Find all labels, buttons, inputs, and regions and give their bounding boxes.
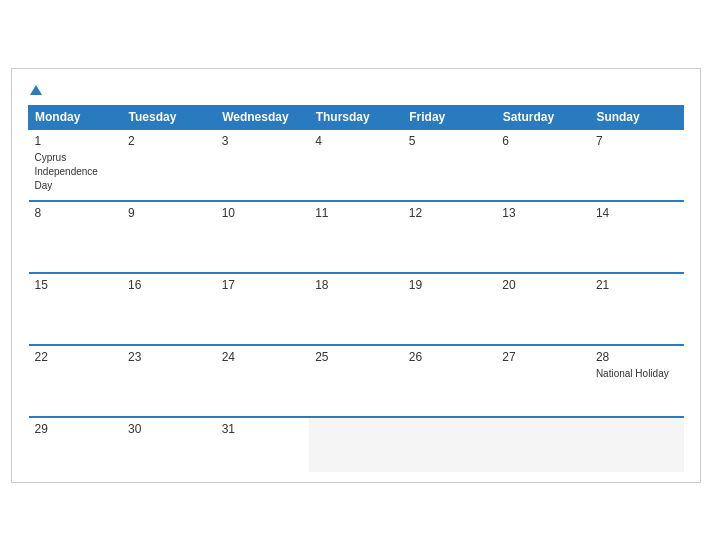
weekday-header-row: MondayTuesdayWednesdayThursdayFridaySatu… xyxy=(29,105,684,129)
day-number: 18 xyxy=(315,278,397,292)
week-row-1: 1Cyprus Independence Day234567 xyxy=(29,129,684,201)
calendar-container: MondayTuesdayWednesdayThursdayFridaySatu… xyxy=(11,68,701,483)
day-number: 30 xyxy=(128,422,210,436)
calendar-cell: 14 xyxy=(590,201,684,273)
calendar-cell: 10 xyxy=(216,201,310,273)
calendar-cell xyxy=(496,417,590,472)
day-number: 22 xyxy=(35,350,117,364)
day-number: 5 xyxy=(409,134,491,148)
logo xyxy=(28,85,42,95)
weekday-header-monday: Monday xyxy=(29,105,123,129)
week-row-5: 293031 xyxy=(29,417,684,472)
day-number: 3 xyxy=(222,134,304,148)
day-number: 10 xyxy=(222,206,304,220)
calendar-cell: 5 xyxy=(403,129,497,201)
day-number: 17 xyxy=(222,278,304,292)
calendar-cell: 25 xyxy=(309,345,403,417)
weekday-header-tuesday: Tuesday xyxy=(122,105,216,129)
calendar-cell: 8 xyxy=(29,201,123,273)
day-number: 13 xyxy=(502,206,584,220)
day-number: 4 xyxy=(315,134,397,148)
calendar-cell: 6 xyxy=(496,129,590,201)
weekday-header-saturday: Saturday xyxy=(496,105,590,129)
calendar-cell: 27 xyxy=(496,345,590,417)
day-number: 2 xyxy=(128,134,210,148)
calendar-cell: 4 xyxy=(309,129,403,201)
day-number: 23 xyxy=(128,350,210,364)
weekday-header-sunday: Sunday xyxy=(590,105,684,129)
calendar-cell: 15 xyxy=(29,273,123,345)
calendar-cell: 17 xyxy=(216,273,310,345)
day-number: 14 xyxy=(596,206,678,220)
calendar-cell xyxy=(309,417,403,472)
logo-triangle-icon xyxy=(30,85,42,95)
day-number: 15 xyxy=(35,278,117,292)
calendar-cell: 1Cyprus Independence Day xyxy=(29,129,123,201)
day-number: 9 xyxy=(128,206,210,220)
day-number: 12 xyxy=(409,206,491,220)
calendar-cell: 2 xyxy=(122,129,216,201)
calendar-cell: 20 xyxy=(496,273,590,345)
calendar-cell: 28National Holiday xyxy=(590,345,684,417)
day-number: 16 xyxy=(128,278,210,292)
calendar-cell xyxy=(403,417,497,472)
day-number: 1 xyxy=(35,134,117,148)
calendar-cell: 3 xyxy=(216,129,310,201)
day-number: 25 xyxy=(315,350,397,364)
calendar-header xyxy=(28,85,684,95)
day-number: 11 xyxy=(315,206,397,220)
calendar-cell: 30 xyxy=(122,417,216,472)
calendar-cell: 24 xyxy=(216,345,310,417)
day-number: 29 xyxy=(35,422,117,436)
calendar-cell: 7 xyxy=(590,129,684,201)
calendar-cell: 18 xyxy=(309,273,403,345)
weekday-header-thursday: Thursday xyxy=(309,105,403,129)
week-row-4: 22232425262728National Holiday xyxy=(29,345,684,417)
event-text: Cyprus Independence Day xyxy=(35,152,98,191)
day-number: 7 xyxy=(596,134,678,148)
calendar-cell: 16 xyxy=(122,273,216,345)
day-number: 26 xyxy=(409,350,491,364)
calendar-cell: 12 xyxy=(403,201,497,273)
calendar-cell: 29 xyxy=(29,417,123,472)
calendar-cell: 22 xyxy=(29,345,123,417)
day-number: 6 xyxy=(502,134,584,148)
day-number: 28 xyxy=(596,350,678,364)
calendar-cell: 19 xyxy=(403,273,497,345)
weekday-header-friday: Friday xyxy=(403,105,497,129)
day-number: 19 xyxy=(409,278,491,292)
day-number: 24 xyxy=(222,350,304,364)
calendar-cell: 21 xyxy=(590,273,684,345)
calendar-cell: 26 xyxy=(403,345,497,417)
calendar-cell: 13 xyxy=(496,201,590,273)
week-row-3: 15161718192021 xyxy=(29,273,684,345)
calendar-grid: MondayTuesdayWednesdayThursdayFridaySatu… xyxy=(28,105,684,472)
day-number: 20 xyxy=(502,278,584,292)
day-number: 8 xyxy=(35,206,117,220)
calendar-cell: 23 xyxy=(122,345,216,417)
calendar-cell: 9 xyxy=(122,201,216,273)
day-number: 21 xyxy=(596,278,678,292)
calendar-cell: 11 xyxy=(309,201,403,273)
day-number: 31 xyxy=(222,422,304,436)
calendar-cell xyxy=(590,417,684,472)
calendar-cell: 31 xyxy=(216,417,310,472)
event-text: National Holiday xyxy=(596,368,669,379)
week-row-2: 891011121314 xyxy=(29,201,684,273)
day-number: 27 xyxy=(502,350,584,364)
weekday-header-wednesday: Wednesday xyxy=(216,105,310,129)
